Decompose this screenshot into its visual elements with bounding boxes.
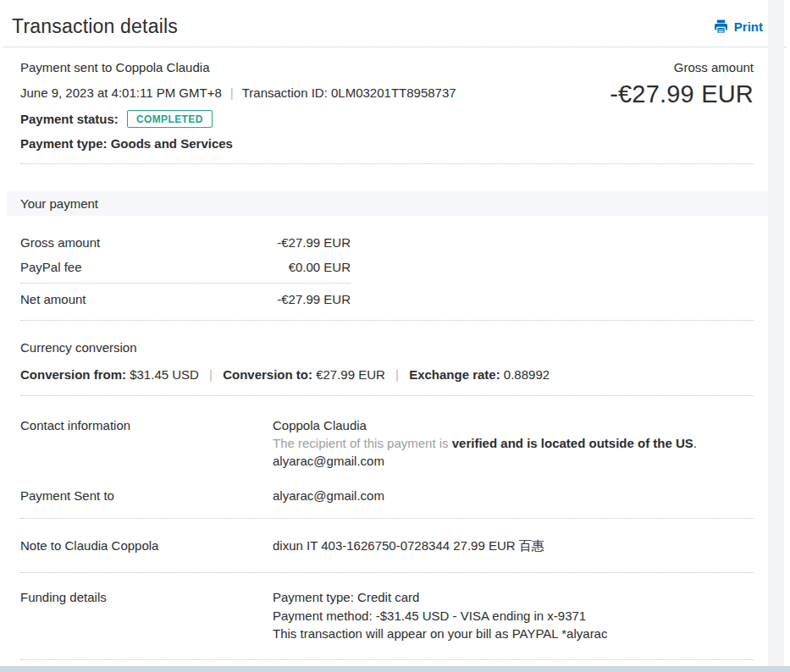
date-and-transaction-id: June 9, 2023 at 4:01:11 PM GMT+8 | Trans…	[20, 85, 456, 100]
conversion-from-value: $31.45 USD	[130, 367, 199, 382]
amount-row-net: Net amount -€27.99 EUR	[20, 287, 351, 311]
transaction-summary: Payment sent to Coppola Claudia June 9, …	[0, 47, 790, 151]
transaction-date: June 9, 2023 at 4:01:11 PM GMT+8	[20, 85, 222, 100]
print-label: Print	[734, 19, 763, 34]
currency-conversion-section: Currency conversion Conversion from: $31…	[20, 340, 754, 382]
conversion-to-value: €27.99 EUR	[316, 367, 385, 382]
separator: |	[209, 367, 213, 382]
your-payment-section-header: Your payment	[7, 191, 769, 216]
printer-icon	[713, 19, 729, 35]
vertical-scrollbar-track[interactable]	[768, 0, 784, 672]
payment-sent-to-value: alyarac@gmail.com	[273, 487, 754, 504]
amount-row-label: PayPal fee	[20, 260, 82, 274]
amount-row-value: -€27.99 EUR	[277, 235, 351, 250]
payment-type: Payment type: Goods and Services	[20, 136, 456, 151]
funding-line-payment-type: Payment type: Credit card	[273, 588, 754, 607]
funding-details-label: Funding details	[20, 588, 273, 643]
payment-sent-to-heading: Payment sent to Coppola Claudia	[20, 60, 456, 74]
amount-row-value: €0.00 EUR	[289, 260, 351, 274]
payment-status-row: Payment status: COMPLETED	[20, 110, 456, 128]
gross-amount-label: Gross amount	[559, 60, 754, 74]
divider	[20, 395, 754, 396]
exchange-rate-label: Exchange rate:	[409, 367, 500, 382]
note-value: dixun IT 403-1626750-0728344 27.99 EUR 百…	[273, 537, 754, 554]
contact-information-row: Contact information Coppola Claudia The …	[20, 416, 754, 470]
page-title: Transaction details	[12, 15, 178, 38]
amount-row-gross: Gross amount -€27.99 EUR	[20, 230, 351, 255]
divider	[20, 572, 754, 573]
contact-information-label: Contact information	[20, 416, 273, 470]
summary-left: Payment sent to Coppola Claudia June 9, …	[20, 60, 456, 151]
exchange-rate-value: 0.88992	[504, 367, 550, 382]
note-label: Note to Claudia Coppola	[20, 537, 273, 554]
amount-row-fee: PayPal fee €0.00 EUR	[20, 255, 351, 279]
currency-conversion-line: Conversion from: $31.45 USD | Conversion…	[20, 367, 754, 382]
divider	[20, 283, 351, 284]
contact-information-value: Coppola Claudia The recipient of this pa…	[273, 416, 754, 470]
divider	[20, 320, 754, 321]
recipient-note-period: .	[693, 436, 697, 450]
separator: |	[395, 367, 399, 382]
amount-row-label: Gross amount	[20, 235, 100, 250]
amounts-table: Gross amount -€27.99 EUR PayPal fee €0.0…	[20, 230, 351, 311]
divider	[20, 659, 754, 660]
conversion-from-label: Conversion from:	[20, 367, 126, 382]
divider	[20, 518, 754, 519]
funding-line-bill-statement: This transaction will appear on your bil…	[273, 625, 754, 643]
contact-email: alyarac@gmail.com	[273, 452, 754, 470]
recipient-note-verified: verified and is located outside of the U…	[452, 436, 693, 450]
divider	[20, 163, 754, 164]
conversion-to-label: Conversion to:	[223, 367, 312, 382]
funding-details-value: Payment type: Credit card Payment method…	[273, 588, 754, 643]
summary-right: Gross amount -€27.99 EUR	[559, 60, 754, 151]
horizontal-scrollbar[interactable]	[0, 666, 790, 672]
recipient-verification-note: The recipient of this payment is verifie…	[273, 434, 754, 452]
status-badge: COMPLETED	[127, 110, 213, 128]
print-button[interactable]: Print	[713, 19, 763, 35]
amount-row-label: Net amount	[20, 292, 86, 306]
transaction-id: Transaction ID: 0LM03201TT8958737	[242, 85, 456, 100]
currency-conversion-title: Currency conversion	[20, 340, 754, 355]
separator: |	[230, 85, 234, 100]
payment-sent-to-label: Payment Sent to	[20, 487, 273, 504]
payment-sent-to-row: Payment Sent to alyarac@gmail.com	[20, 487, 754, 504]
funding-details-row: Funding details Payment type: Credit car…	[20, 588, 754, 643]
funding-line-payment-method: Payment method: -$31.45 USD - VISA endin…	[273, 607, 754, 625]
payment-status-label: Payment status:	[20, 112, 119, 126]
recipient-note-prefix: The recipient of this payment is	[273, 436, 452, 450]
transaction-details-page: Transaction details Print Payment sent t…	[0, 0, 790, 672]
gross-amount-value: -€27.99 EUR	[559, 80, 754, 108]
note-row: Note to Claudia Coppola dixun IT 403-162…	[20, 537, 754, 554]
page-header: Transaction details Print	[0, 0, 790, 47]
amount-row-value: -€27.99 EUR	[277, 292, 351, 306]
contact-name: Coppola Claudia	[273, 416, 754, 434]
